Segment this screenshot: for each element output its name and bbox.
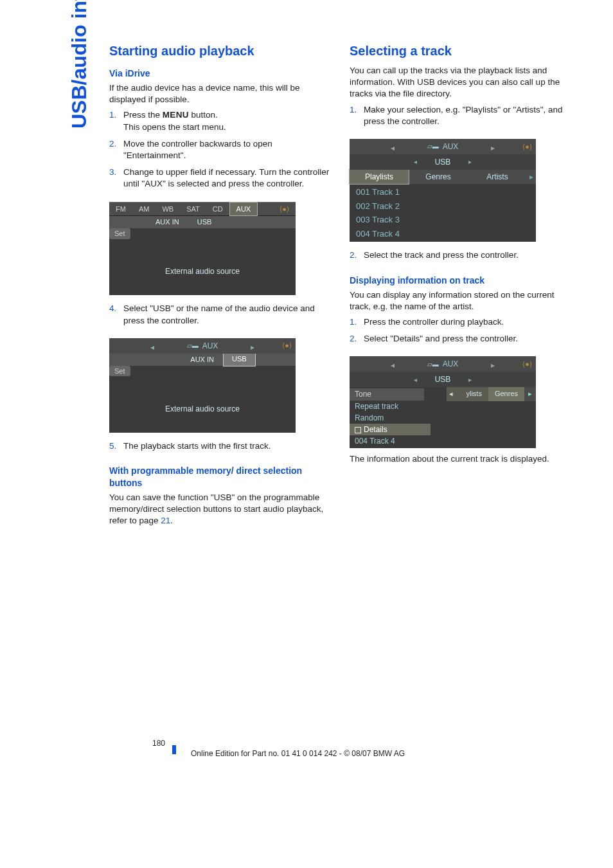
detail-item-repeat[interactable]: Repeat track bbox=[350, 401, 431, 412]
idrive-screenshot-3: ◂ ▱▬ AUX ▸ ⟨●⟩ ◂ USB ▸ Playlists Genres bbox=[350, 135, 536, 247]
prog-text-b: . bbox=[170, 516, 173, 525]
subtab-usb[interactable]: USB bbox=[223, 353, 256, 366]
sub-source-tabs: AUX IN USB bbox=[109, 354, 296, 366]
menu-button-label: MENU bbox=[163, 110, 189, 120]
idrive-screenshot-4: ◂ ▱▬ AUX ▸ ⟨●⟩ ◂ USB ▸ ◂ ylists bbox=[350, 352, 536, 453]
car-icon: ▱▬ bbox=[427, 142, 439, 151]
screen-title: ◂ ▱▬ AUX ▸ ⟨●⟩ bbox=[350, 356, 536, 372]
selecting-intro: You can call up the tracks via the playb… bbox=[350, 65, 572, 100]
tab-genres[interactable]: Genres bbox=[409, 170, 468, 184]
arrow-right-icon[interactable]: ▸ bbox=[527, 170, 536, 184]
gear-icon[interactable]: ⟨●⟩ bbox=[522, 359, 532, 369]
track-row[interactable]: 002 Track 2 bbox=[350, 199, 536, 213]
screen-subtitle: ◂ USB ▸ bbox=[350, 154, 536, 170]
prog-text-a: You can save the function "USB" on the p… bbox=[109, 493, 323, 525]
tab-artists[interactable]: Artists bbox=[468, 170, 527, 184]
idrive-screenshot-2: ◂ ▱▬ AUX ▸ ⟨●⟩ AUX IN USB Set External a… bbox=[109, 334, 296, 438]
arrow-right-icon[interactable]: ▸ bbox=[524, 387, 536, 401]
step1-line2: This opens the start menu. bbox=[123, 122, 226, 132]
subtab-auxin[interactable]: AUX IN bbox=[147, 216, 188, 228]
step-1: Press the MENU button. This opens the st… bbox=[109, 109, 332, 138]
step1-pre: Press the bbox=[123, 110, 163, 120]
track-row[interactable]: 001 Track 1 bbox=[350, 185, 536, 199]
arrow-right-icon: ▸ bbox=[251, 342, 254, 352]
section-side-tab: USB/audio interface bbox=[66, 0, 93, 129]
detail-item-track[interactable]: 004 Track 4 bbox=[350, 435, 536, 447]
detail-item-tone[interactable]: Tone bbox=[350, 388, 424, 400]
steps-list-c: The playback starts with the first track… bbox=[109, 440, 332, 457]
arrow-left-icon: ◂ bbox=[414, 375, 417, 384]
checkbox-icon bbox=[355, 427, 361, 433]
heading-starting-playback: Starting audio playback bbox=[109, 42, 332, 60]
gear-icon[interactable]: ⟨●⟩ bbox=[282, 341, 292, 350]
set-button[interactable]: Set bbox=[109, 228, 130, 239]
arrow-right-icon: ▸ bbox=[491, 143, 495, 153]
tab-am[interactable]: AM bbox=[132, 203, 156, 216]
right-column: Selecting a track You can call up the tr… bbox=[350, 39, 572, 530]
tab-playlists[interactable]: Playlists bbox=[349, 169, 409, 185]
display-step-1: Press the controller during playback. bbox=[350, 316, 572, 333]
track-row[interactable]: 004 Track 4 bbox=[350, 227, 536, 241]
intro-text: If the audio device has a device name, t… bbox=[109, 82, 332, 105]
footer-line: Online Edition for Part no. 01 41 0 014 … bbox=[191, 749, 405, 758]
heading-selecting-track: Selecting a track bbox=[350, 42, 572, 60]
tab-ylists[interactable]: ylists bbox=[459, 387, 488, 401]
detail-area: ◂ ylists Genres ▸ Tone Repeat track Rand… bbox=[350, 387, 536, 448]
page: USB/audio interface Starting audio playb… bbox=[0, 0, 613, 868]
detail-item-details[interactable]: Details bbox=[350, 424, 431, 435]
arrow-left-icon: ◂ bbox=[150, 342, 154, 352]
tab-cd[interactable]: CD bbox=[206, 203, 229, 216]
subtitle-text: USB bbox=[435, 157, 451, 167]
tab-aux[interactable]: AUX bbox=[229, 202, 258, 217]
step-4: Select "USB" or the name of the audio de… bbox=[109, 303, 332, 331]
detail-item-random[interactable]: Random bbox=[350, 412, 431, 424]
idrive-screenshot-1: FM AM WB SAT CD AUX ⟨●⟩ AUX IN USB Set bbox=[109, 198, 296, 301]
tab-sat[interactable]: SAT bbox=[180, 203, 206, 216]
subheading-programmable: With programmable memory/ direct selecti… bbox=[109, 465, 332, 489]
screen-title: ◂ ▱▬ AUX ▸ ⟨●⟩ bbox=[350, 139, 536, 154]
display-steps: Press the controller during playback. Se… bbox=[350, 316, 572, 350]
gear-icon[interactable]: ⟨●⟩ bbox=[522, 142, 532, 152]
select-step-2: Select the track and press the controlle… bbox=[350, 249, 572, 266]
arrow-right-icon: ▸ bbox=[491, 360, 495, 370]
arrow-left-icon: ◂ bbox=[391, 360, 395, 370]
screen-subtitle: ◂ USB ▸ bbox=[350, 372, 536, 387]
page-number: 180 bbox=[152, 739, 165, 748]
select-steps-2: Select the track and press the controlle… bbox=[350, 249, 572, 266]
steps-list-b: Select "USB" or the name of the audio de… bbox=[109, 303, 332, 331]
subtab-usb[interactable]: USB bbox=[188, 216, 221, 228]
steps-list-a: Press the MENU button. This opens the st… bbox=[109, 109, 332, 195]
arrow-left-icon: ◂ bbox=[391, 143, 395, 153]
screen-body: External audio source bbox=[109, 379, 296, 433]
select-steps: Make your selection, e.g. "Playlists" or… bbox=[350, 104, 572, 132]
car-icon: ▱▬ bbox=[187, 341, 199, 350]
set-row: Set bbox=[109, 366, 296, 379]
tab-wb[interactable]: WB bbox=[155, 203, 180, 216]
step-2: Move the controller backwards to open "E… bbox=[109, 138, 332, 167]
arrow-left-partial-icon: ◂ bbox=[447, 387, 459, 401]
subtitle-text: USB bbox=[435, 374, 451, 384]
page-footer: 180 Online Edition for Part no. 01 41 0 … bbox=[0, 738, 613, 759]
set-row: Set bbox=[109, 228, 296, 241]
step1-post: button. bbox=[189, 110, 218, 120]
sub-source-tabs: AUX IN USB bbox=[109, 216, 296, 228]
arrow-right-icon: ▸ bbox=[468, 158, 472, 167]
display-info-intro: You can display any information stored o… bbox=[350, 289, 572, 312]
page-ref[interactable]: 21 bbox=[161, 516, 170, 525]
arrow-left-icon: ◂ bbox=[414, 158, 417, 167]
tab-fm[interactable]: FM bbox=[109, 203, 132, 216]
subtab-auxin[interactable]: AUX IN bbox=[181, 354, 223, 366]
step-3: Change to upper field if necessary. Turn… bbox=[109, 167, 332, 195]
gear-icon[interactable]: ⟨●⟩ bbox=[273, 203, 296, 216]
set-button[interactable]: Set bbox=[109, 366, 130, 377]
track-row[interactable]: 003 Track 3 bbox=[350, 213, 536, 227]
footer-divider bbox=[172, 745, 176, 754]
display-info-outro: The information about the current track … bbox=[350, 453, 572, 465]
programmable-text: You can save the function "USB" on the p… bbox=[109, 492, 332, 527]
tab-genres[interactable]: Genres bbox=[488, 387, 524, 401]
select-step-1: Make your selection, e.g. "Playlists" or… bbox=[350, 104, 572, 132]
title-text: AUX bbox=[443, 141, 459, 152]
subheading-displaying-info: Displaying information on track bbox=[350, 275, 572, 287]
screen-body: External audio source bbox=[109, 241, 296, 295]
car-icon: ▱▬ bbox=[427, 360, 439, 369]
